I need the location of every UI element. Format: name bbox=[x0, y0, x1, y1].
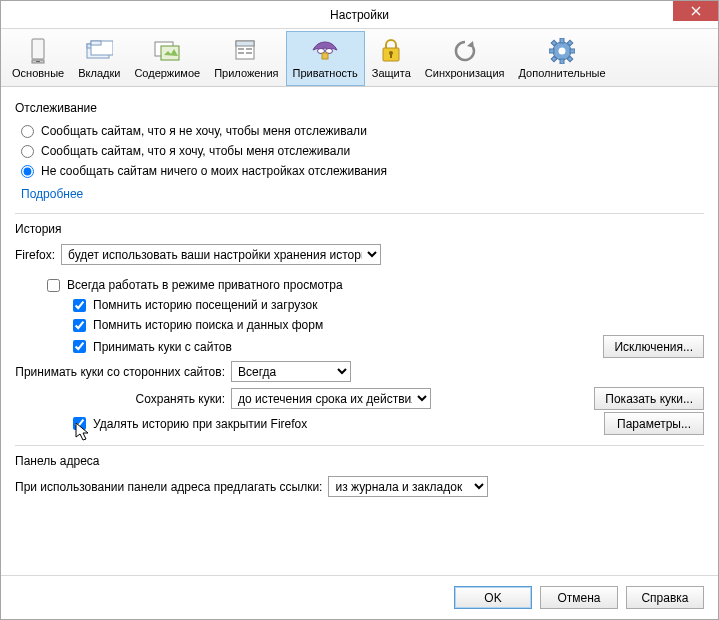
gear-icon bbox=[548, 37, 576, 65]
checkbox-label: Всегда работать в режиме приватного прос… bbox=[67, 278, 343, 292]
tracking-do-track[interactable]: Сообщать сайтам, что я хочу, чтобы меня … bbox=[15, 141, 704, 161]
tabs-icon bbox=[85, 37, 113, 65]
clear-on-close-check[interactable]: Удалять историю при закрытии Firefox bbox=[15, 414, 307, 434]
svg-rect-26 bbox=[570, 49, 575, 53]
checkbox-input[interactable] bbox=[73, 319, 86, 332]
checkbox-label: Удалять историю при закрытии Firefox bbox=[93, 417, 307, 431]
cancel-button[interactable]: Отмена bbox=[540, 586, 618, 609]
clear-settings-button[interactable]: Параметры... bbox=[604, 412, 704, 435]
svg-rect-2 bbox=[36, 61, 40, 62]
history-title: История bbox=[15, 222, 704, 236]
checkbox-input[interactable] bbox=[73, 417, 86, 430]
tab-sync[interactable]: Синхронизация bbox=[418, 31, 512, 86]
checkbox-input[interactable] bbox=[73, 340, 86, 353]
remember-browsing-check[interactable]: Помнить историю посещений и загрузок bbox=[15, 295, 704, 315]
third-party-select[interactable]: Всегда bbox=[231, 361, 351, 382]
content-panel: Отслеживание Сообщать сайтам, что я не х… bbox=[1, 87, 718, 575]
content-icon bbox=[153, 37, 181, 65]
window-title: Настройки bbox=[330, 8, 389, 22]
close-icon bbox=[691, 6, 701, 16]
radio-input[interactable] bbox=[21, 125, 34, 138]
tracking-no-pref[interactable]: Не сообщать сайтам ничего о моих настрой… bbox=[15, 161, 704, 181]
suggest-label: При использовании панели адреса предлага… bbox=[15, 480, 322, 494]
general-icon bbox=[24, 37, 52, 65]
help-button[interactable]: Справка bbox=[626, 586, 704, 609]
tab-label: Приватность bbox=[293, 67, 358, 79]
keep-until-row: Сохранять куки: до истечения срока их де… bbox=[15, 385, 431, 412]
svg-rect-10 bbox=[236, 41, 254, 46]
tab-content[interactable]: Содержимое bbox=[127, 31, 207, 86]
tab-label: Синхронизация bbox=[425, 67, 505, 79]
toolbar: Основные Вкладки Содержимое Приложения П… bbox=[1, 29, 718, 87]
keep-until-select[interactable]: до истечения срока их действия bbox=[231, 388, 431, 409]
svg-rect-13 bbox=[246, 48, 252, 50]
tab-security[interactable]: Защита bbox=[365, 31, 418, 86]
svg-rect-23 bbox=[560, 38, 564, 43]
divider bbox=[15, 213, 704, 214]
svg-rect-17 bbox=[322, 53, 328, 59]
radio-input[interactable] bbox=[21, 165, 34, 178]
svg-rect-20 bbox=[390, 54, 392, 58]
svg-rect-0 bbox=[32, 39, 44, 59]
tab-label: Защита bbox=[372, 67, 411, 79]
firefox-label: Firefox: bbox=[15, 248, 55, 262]
exceptions-button[interactable]: Исключения... bbox=[603, 335, 704, 358]
svg-rect-12 bbox=[238, 52, 244, 54]
suggest-row: При использовании панели адреса предлага… bbox=[15, 474, 704, 499]
tab-label: Дополнительные bbox=[518, 67, 605, 79]
keep-until-label: Сохранять куки: bbox=[15, 392, 225, 406]
always-private-check[interactable]: Всегда работать в режиме приватного прос… bbox=[15, 275, 704, 295]
third-party-label: Принимать куки со сторонних сайтов: bbox=[15, 365, 225, 379]
dialog-footer: OK Отмена Справка bbox=[1, 575, 718, 619]
checkbox-label: Помнить историю посещений и загрузок bbox=[93, 298, 317, 312]
history-mode-select[interactable]: будет использовать ваши настройки хранен… bbox=[61, 244, 381, 265]
sync-icon bbox=[451, 37, 479, 65]
checkbox-label: Помнить историю поиска и данных форм bbox=[93, 318, 323, 332]
svg-rect-6 bbox=[91, 41, 101, 45]
suggest-select[interactable]: из журнала и закладок bbox=[328, 476, 488, 497]
tab-tabs[interactable]: Вкладки bbox=[71, 31, 127, 86]
svg-rect-14 bbox=[246, 52, 252, 54]
tab-advanced[interactable]: Дополнительные bbox=[511, 31, 612, 86]
accept-cookies-check[interactable]: Принимать куки с сайтов bbox=[15, 337, 232, 357]
radio-label: Сообщать сайтам, что я хочу, чтобы меня … bbox=[41, 144, 350, 158]
ok-button[interactable]: OK bbox=[454, 586, 532, 609]
divider bbox=[15, 445, 704, 446]
applications-icon bbox=[232, 37, 260, 65]
svg-rect-11 bbox=[238, 48, 244, 50]
tab-general[interactable]: Основные bbox=[5, 31, 71, 86]
close-button[interactable] bbox=[673, 1, 718, 21]
tab-applications[interactable]: Приложения bbox=[207, 31, 285, 86]
tab-label: Приложения bbox=[214, 67, 278, 79]
svg-point-22 bbox=[559, 48, 566, 55]
radio-input[interactable] bbox=[21, 145, 34, 158]
show-cookies-button[interactable]: Показать куки... bbox=[594, 387, 704, 410]
location-bar-title: Панель адреса bbox=[15, 454, 704, 468]
checkbox-input[interactable] bbox=[73, 299, 86, 312]
tracking-more-link[interactable]: Подробнее bbox=[15, 181, 83, 203]
tab-label: Вкладки bbox=[78, 67, 120, 79]
remember-search-check[interactable]: Помнить историю поиска и данных форм bbox=[15, 315, 704, 335]
history-mode-row: Firefox: будет использовать ваши настрой… bbox=[15, 242, 704, 267]
tab-label: Основные bbox=[12, 67, 64, 79]
settings-window: Настройки Основные Вкладки Содержимое bbox=[0, 0, 719, 620]
tracking-do-not-track[interactable]: Сообщать сайтам, что я не хочу, чтобы ме… bbox=[15, 121, 704, 141]
checkbox-input[interactable] bbox=[47, 279, 60, 292]
radio-label: Сообщать сайтам, что я не хочу, чтобы ме… bbox=[41, 124, 367, 138]
titlebar: Настройки bbox=[1, 1, 718, 29]
svg-rect-24 bbox=[560, 59, 564, 64]
third-party-row: Принимать куки со сторонних сайтов: Всег… bbox=[15, 358, 704, 385]
tab-label: Содержимое bbox=[134, 67, 200, 79]
tab-privacy[interactable]: Приватность bbox=[286, 31, 365, 86]
checkbox-label: Принимать куки с сайтов bbox=[93, 340, 232, 354]
privacy-icon bbox=[311, 37, 339, 65]
svg-rect-25 bbox=[549, 49, 554, 53]
tracking-title: Отслеживание bbox=[15, 101, 704, 115]
radio-label: Не сообщать сайтам ничего о моих настрой… bbox=[41, 164, 387, 178]
security-icon bbox=[377, 37, 405, 65]
